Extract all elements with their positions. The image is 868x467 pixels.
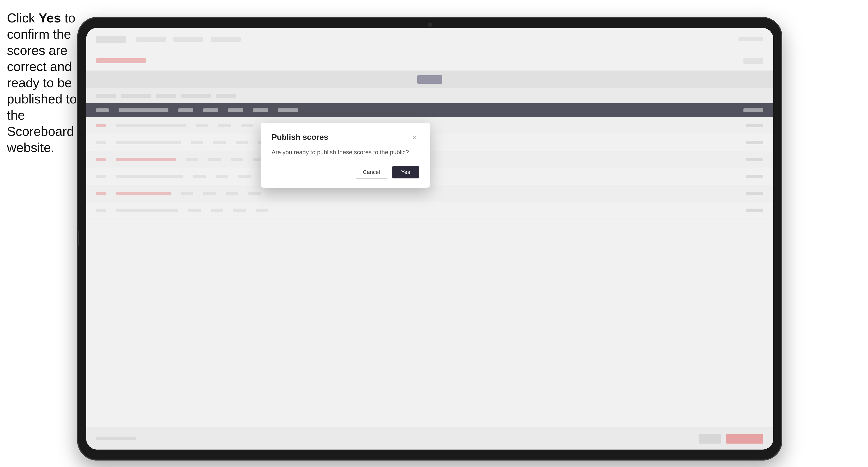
app-logo	[96, 36, 126, 43]
page-header-action[interactable]	[743, 58, 763, 64]
filter-5[interactable]	[216, 94, 236, 98]
cell-score	[746, 141, 763, 144]
screen-content: Publish scores × Are you ready to publis…	[86, 28, 773, 449]
modal-title: Publish scores	[272, 132, 329, 142]
footer-bar	[86, 427, 773, 449]
cell-r2	[213, 141, 226, 144]
cell-pos	[96, 192, 106, 195]
nav-item-3[interactable]	[211, 37, 241, 42]
cell-r2	[211, 209, 223, 212]
cell-r4	[256, 209, 268, 212]
publish-button[interactable]	[726, 434, 763, 443]
modal-header: Publish scores ×	[272, 132, 419, 142]
modal-cancel-button[interactable]: Cancel	[355, 166, 388, 179]
table-header	[86, 103, 773, 117]
tablet-camera	[428, 23, 432, 27]
cell-name	[116, 192, 171, 195]
cell-pos	[96, 175, 106, 178]
tablet-side-button	[77, 231, 79, 246]
modal-dialog: Publish scores × Are you ready to publis…	[260, 123, 430, 188]
cell-r1	[191, 141, 203, 144]
instruction-text: Click Yes to confirm the scores are corr…	[7, 10, 79, 156]
cell-r2	[203, 192, 216, 195]
nav-item-1[interactable]	[136, 37, 166, 42]
filter-row	[86, 88, 773, 103]
cell-pos	[96, 209, 106, 212]
app-nav	[136, 37, 241, 42]
col-pos	[96, 108, 108, 112]
cell-score	[746, 175, 763, 178]
cell-score	[746, 209, 763, 212]
modal-body-text: Are you ready to publish these scores to…	[272, 148, 419, 157]
cell-r1	[193, 175, 206, 178]
cell-r1	[196, 124, 208, 127]
cell-r3	[238, 175, 251, 178]
cell-name	[116, 209, 178, 212]
cell-r3	[236, 141, 248, 144]
page-title	[96, 58, 146, 63]
col-r3	[228, 108, 243, 112]
tablet-bezel: Publish scores × Are you ready to publis…	[86, 28, 773, 449]
instruction-prefix: Click	[7, 11, 39, 25]
modal-close-button[interactable]: ×	[410, 133, 419, 142]
sub-toolbar	[86, 71, 773, 88]
modal-footer: Cancel Yes	[272, 166, 419, 179]
cell-r2	[218, 124, 231, 127]
instruction-bold: Yes	[39, 11, 61, 25]
page-header	[86, 51, 773, 71]
cell-name	[116, 124, 186, 127]
cell-pos	[96, 158, 106, 161]
app-bar-right	[739, 37, 763, 41]
cell-name	[116, 141, 181, 144]
cell-r1	[186, 158, 198, 161]
cell-score	[746, 124, 763, 127]
col-name	[119, 108, 168, 112]
table-row	[86, 185, 773, 202]
col-r2	[203, 108, 218, 112]
filter-3[interactable]	[156, 94, 176, 98]
filter-4[interactable]	[181, 94, 211, 98]
col-r4	[253, 108, 268, 112]
cell-pos	[96, 124, 106, 127]
tablet-device: Publish scores × Are you ready to publis…	[77, 17, 782, 461]
cell-score	[746, 158, 763, 161]
cell-r1	[181, 192, 193, 195]
cell-r3	[226, 192, 238, 195]
sign-out-item[interactable]	[739, 37, 763, 41]
filter-1[interactable]	[96, 94, 116, 98]
cell-r3	[231, 158, 243, 161]
cell-r1	[188, 209, 201, 212]
cell-r2	[208, 158, 221, 161]
nav-item-2[interactable]	[174, 37, 203, 42]
col-r1	[178, 108, 193, 112]
cell-r3	[233, 209, 246, 212]
instruction-suffix: to confirm the scores are correct and re…	[7, 11, 77, 155]
cancel-button[interactable]	[699, 434, 721, 443]
cell-score	[746, 192, 763, 195]
app-bar	[86, 28, 773, 51]
cell-r4	[248, 192, 260, 195]
modal-confirm-button[interactable]: Yes	[392, 166, 419, 179]
table-row	[86, 202, 773, 219]
cell-name	[116, 158, 176, 161]
cell-pos	[96, 141, 106, 144]
cell-r3	[241, 124, 253, 127]
cell-name	[116, 175, 183, 178]
cell-r2	[216, 175, 228, 178]
toolbar-button[interactable]	[417, 75, 442, 84]
col-total	[278, 108, 298, 112]
col-score	[743, 108, 763, 112]
filter-2[interactable]	[121, 94, 151, 98]
footer-info	[96, 437, 136, 440]
